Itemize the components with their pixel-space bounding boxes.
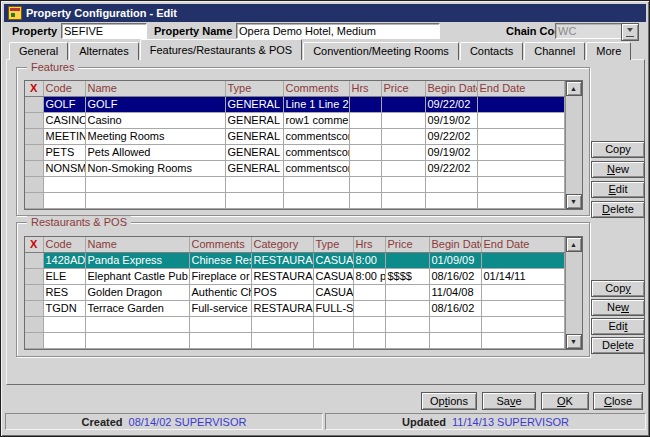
cell-end-date	[481, 301, 564, 317]
cell-category: RESTAURANT	[251, 301, 313, 317]
property-input[interactable]	[61, 23, 147, 39]
cell-begin-date: 11/04/08	[429, 285, 481, 301]
row-selector-cell[interactable]	[25, 285, 43, 301]
features-new-button[interactable]: New	[591, 161, 645, 178]
restaurants-edit-button[interactable]: Edit	[591, 318, 645, 335]
cell-comments: row1 comments o	[283, 113, 349, 129]
row-selector-cell[interactable]	[25, 145, 43, 161]
table-row-empty[interactable]	[25, 333, 564, 349]
restaurants-scrollbar[interactable]: ▲ ▼	[565, 237, 582, 349]
table-row-empty[interactable]	[25, 177, 564, 193]
cell-begin-date: 09/22/02	[425, 129, 477, 145]
cell-price	[385, 301, 429, 317]
row-selector-cell[interactable]	[25, 193, 43, 209]
cell-end-date	[477, 113, 564, 129]
table-row-empty[interactable]	[25, 193, 564, 209]
cell-comments: commentscomme	[283, 161, 349, 177]
title-bar: Property Configuration - Edit	[4, 4, 646, 22]
row-selector-cell[interactable]	[25, 333, 43, 349]
table-row[interactable]: MEETING Meeting Rooms GENERAL commentsco…	[25, 129, 564, 145]
row-selector-cell[interactable]	[25, 253, 43, 269]
created-label: Created	[82, 416, 123, 428]
cell-type: GENERAL	[225, 145, 283, 161]
col-category: Category	[251, 237, 313, 253]
cell-type: CASUAL	[313, 285, 353, 301]
restaurants-new-button[interactable]: New	[591, 299, 645, 316]
chain-code-input[interactable]	[555, 23, 622, 39]
save-button[interactable]: Save	[482, 392, 536, 410]
scroll-track[interactable]	[566, 252, 582, 334]
tab-alternates[interactable]: Alternates	[69, 42, 139, 60]
col-hrs: Hrs	[349, 81, 381, 97]
restaurants-group: Restaurants & POS X Code Name Comments C…	[16, 222, 590, 357]
tab-contacts[interactable]: Contacts	[460, 42, 523, 60]
table-row[interactable]: CASINO Casino GENERAL row1 comments o 09…	[25, 113, 564, 129]
col-code: Code	[43, 81, 85, 97]
scroll-track[interactable]	[566, 96, 582, 194]
tab-general[interactable]: General	[9, 42, 68, 60]
table-row[interactable]: ELE Elephant Castle Pub Fireplace or pat…	[25, 269, 564, 285]
row-selector-cell[interactable]	[25, 97, 43, 113]
row-selector-cell[interactable]	[25, 113, 43, 129]
cell-code: TGDN	[43, 301, 85, 317]
property-name-input[interactable]	[236, 23, 440, 39]
scroll-down-icon[interactable]: ▼	[566, 194, 582, 209]
restaurants-table-wrap: X Code Name Comments Category Type Hrs P…	[24, 236, 583, 350]
cell-category: RESTAURANT	[251, 269, 313, 285]
restaurants-copy-button[interactable]: Copy	[591, 280, 645, 297]
property-field-row: Property Property Name Chain Code	[4, 22, 646, 41]
scroll-up-icon[interactable]: ▲	[566, 81, 582, 96]
ok-button[interactable]: OK	[541, 392, 589, 410]
tab-convention-meeting-rooms[interactable]: Convention/Meeting Rooms	[303, 42, 459, 60]
cell-type: GENERAL	[225, 97, 283, 113]
cell-type: GENERAL	[225, 113, 283, 129]
chain-code-lov-button[interactable]	[621, 23, 639, 41]
table-row-empty[interactable]	[25, 317, 564, 333]
row-selector-cell[interactable]	[25, 317, 43, 333]
window-title: Property Configuration - Edit	[26, 7, 177, 19]
features-scrollbar[interactable]: ▲ ▼	[565, 81, 582, 209]
features-delete-button[interactable]: Delete	[591, 201, 645, 218]
features-copy-button[interactable]: Copy	[591, 141, 645, 158]
row-selector-cell[interactable]	[25, 177, 43, 193]
features-group: Features X Code Name Type Comments Hrs P…	[16, 67, 590, 216]
features-edit-button[interactable]: Edit	[591, 181, 645, 198]
options-button[interactable]: Options	[421, 392, 477, 410]
row-selector-cell[interactable]	[25, 269, 43, 285]
cell-hrs: 8:00	[353, 253, 385, 269]
table-row[interactable]: NONSMK Non-Smoking Rooms GENERAL comment…	[25, 161, 564, 177]
features-table: X Code Name Type Comments Hrs Price Begi…	[25, 81, 565, 209]
col-name: Name	[85, 81, 225, 97]
scroll-up-icon[interactable]: ▲	[566, 237, 582, 252]
tab-features-restaurants-pos[interactable]: Features/Restaurants & POS	[140, 39, 302, 60]
restaurants-delete-button[interactable]: Delete	[591, 337, 645, 354]
cell-end-date	[477, 97, 564, 113]
row-selector-cell[interactable]	[25, 301, 43, 317]
table-row[interactable]: PETS Pets Allowed GENERAL commentscomme …	[25, 145, 564, 161]
row-selector-cell[interactable]	[25, 129, 43, 145]
updated-status-panel: Updated 11/14/13 SUPERVISOR	[325, 413, 646, 430]
table-row[interactable]: GOLF GOLF GENERAL Line 1 Line 2Line 09/2…	[25, 97, 564, 113]
cell-begin-date: 08/16/02	[429, 269, 481, 285]
cell-price	[381, 97, 425, 113]
cell-comments: commentscomme	[283, 145, 349, 161]
cell-price	[381, 145, 425, 161]
scroll-down-icon[interactable]: ▼	[566, 334, 582, 349]
property-name-label: Property Name	[154, 25, 232, 37]
row-selector-cell[interactable]	[25, 161, 43, 177]
dropdown-arrow-icon	[627, 28, 633, 35]
table-row[interactable]: RES Golden Dragon Authentic Chines POS C…	[25, 285, 564, 301]
cell-comments: Full-service dinin	[189, 301, 251, 317]
tab-channel[interactable]: Channel	[524, 42, 585, 60]
close-button[interactable]: Close	[593, 392, 643, 410]
cell-type: CASUAL D	[313, 269, 353, 285]
cell-comments: Chinese Restau	[189, 253, 251, 269]
cell-name: Panda Express	[85, 253, 189, 269]
col-type: Type	[225, 81, 283, 97]
col-type: Type	[313, 237, 353, 253]
table-row[interactable]: 1428AD Panda Express Chinese Restau REST…	[25, 253, 564, 269]
cell-hrs	[349, 113, 381, 129]
cell-price	[381, 161, 425, 177]
table-row[interactable]: TGDN Terrace Garden Full-service dinin R…	[25, 301, 564, 317]
tab-more[interactable]: More	[586, 42, 631, 60]
